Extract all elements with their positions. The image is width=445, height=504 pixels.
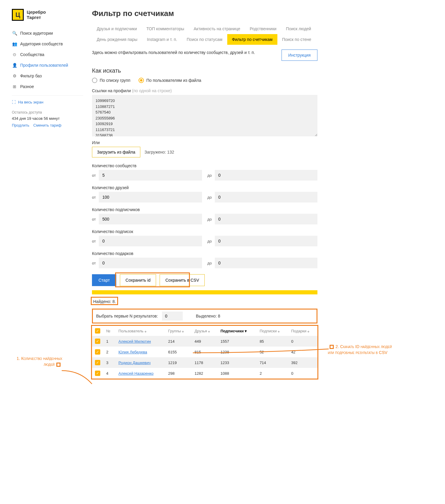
cell-groups: 214 xyxy=(165,336,192,347)
extend-link[interactable]: Продлить xyxy=(12,123,29,127)
or-text: Или xyxy=(92,140,317,145)
sidebar-item[interactable]: 👤Профили пользователей xyxy=(12,60,83,71)
user-link[interactable]: Юлия Лебедева xyxy=(118,350,147,354)
select-first-row: Выбрать первые N результатов: Выделено: … xyxy=(92,309,317,323)
tab[interactable]: Активность на странице xyxy=(189,23,245,34)
tab[interactable]: ТОП комментаторы xyxy=(142,23,189,34)
tab[interactable]: Друзья и подписчики xyxy=(92,23,142,34)
range-from-input[interactable] xyxy=(99,214,202,224)
radio-by-file[interactable]: По пользователям из файла xyxy=(139,78,201,83)
radio-icon xyxy=(92,78,97,83)
cell-followers: 1088 xyxy=(217,368,257,379)
cell-gifts: 392 xyxy=(288,357,317,368)
cell-groups: 1219 xyxy=(165,357,192,368)
sidebar-item[interactable]: ⚙Фильтр баз xyxy=(12,71,83,81)
sort-icon: ◆ xyxy=(182,330,184,333)
user-link[interactable]: Алексей Милютин xyxy=(118,339,151,344)
cell-friends: 815 xyxy=(192,347,218,357)
range-from-input[interactable] xyxy=(99,192,202,202)
nav-icon: ⊞ xyxy=(12,84,17,89)
sidebar-item[interactable]: 🔍Поиск аудитории xyxy=(12,28,83,39)
tab[interactable]: Поиск по статусам xyxy=(182,34,227,45)
to-label: до xyxy=(207,173,212,178)
nav-label: Поиск аудитории xyxy=(20,31,53,36)
col-groups[interactable]: Группы◆ xyxy=(165,326,192,336)
range-from-input[interactable] xyxy=(99,170,202,181)
user-link[interactable]: Алексей Назаренко xyxy=(118,371,153,376)
range-from-input[interactable] xyxy=(99,236,202,246)
range-to-input[interactable] xyxy=(215,236,317,246)
loaded-count: Загружено: 132 xyxy=(144,150,174,154)
col-followers[interactable]: Подписчики ▾ xyxy=(217,326,257,336)
cell-friends: 1282 xyxy=(192,368,218,379)
instruction-button[interactable]: Инструкция xyxy=(282,50,317,61)
tab[interactable]: Instagram и т. п. xyxy=(142,34,182,45)
cell-followers: 1238 xyxy=(217,347,257,357)
annotation-2: 2. Скачать ID найденных людей или подроб… xyxy=(328,344,396,355)
access-links: Продлить Сменить тариф xyxy=(12,123,83,127)
table-header-row: ✓ № Пользователь◆ Группы◆ Друзья◆ Подпис… xyxy=(92,326,317,336)
sidebar-item[interactable]: 👥Аудитория сообществ xyxy=(12,39,83,49)
row-checkbox[interactable]: ✓ xyxy=(95,360,100,365)
table-row: ✓ 4 Алексей Назаренко 298 1282 1088 2 0 xyxy=(92,368,317,379)
col-subs[interactable]: Подписки◆ xyxy=(257,326,288,336)
save-id-button[interactable]: Сохранить id xyxy=(120,274,156,286)
nav-icon: 👥 xyxy=(12,41,17,47)
col-num[interactable]: № xyxy=(103,326,115,336)
sort-icon: ◆ xyxy=(208,330,210,333)
range-to-input[interactable] xyxy=(215,258,317,268)
select-first-input[interactable] xyxy=(162,312,183,320)
sidebar: Ц Церебро Таргет 🔍Поиск аудитории👥Аудито… xyxy=(12,9,83,379)
profiles-label: Ссылки на профили (по одной на строке) xyxy=(92,88,317,93)
profiles-textarea[interactable] xyxy=(92,95,317,136)
range-to-input[interactable] xyxy=(215,170,317,181)
upload-file-button[interactable]: Загрузить из файла xyxy=(92,147,140,157)
profiles-label-text: Ссылки на профили xyxy=(92,88,131,93)
save-csv-button[interactable]: Сохранить в CSV xyxy=(160,274,205,286)
found-row: Найдено: 8. xyxy=(92,299,317,304)
cell-groups: 298 xyxy=(165,368,192,379)
results-wrap: ✓ № Пользователь◆ Группы◆ Друзья◆ Подпис… xyxy=(92,326,317,379)
col-friends[interactable]: Друзья◆ xyxy=(192,326,218,336)
start-button[interactable]: Старт xyxy=(92,274,116,286)
row-checkbox[interactable]: ✓ xyxy=(95,349,100,355)
range-from-input[interactable] xyxy=(99,258,202,268)
cell-gifts: 0 xyxy=(288,368,317,379)
radio-by-groups[interactable]: По списку групп xyxy=(92,78,130,83)
range-group: Количество подписок от до xyxy=(92,229,317,246)
tab[interactable]: День рождения пары xyxy=(92,34,142,45)
tab[interactable]: Поиск по стене xyxy=(277,34,316,45)
cell-followers: 1233 xyxy=(217,357,257,368)
range-label: Количество друзей xyxy=(92,185,317,190)
tab[interactable]: Родственники xyxy=(245,23,281,34)
cell-gifts: 42 xyxy=(288,347,317,357)
nav: 🔍Поиск аудитории👥Аудитория сообществ⊙Соо… xyxy=(12,28,83,92)
range-label: Количество подписок xyxy=(92,229,317,234)
nav-label: Разное xyxy=(20,84,34,89)
row-checkbox[interactable]: ✓ xyxy=(95,339,100,344)
range-to-input[interactable] xyxy=(215,214,317,224)
sort-icon: ◆ xyxy=(307,330,309,333)
row-checkbox[interactable]: ✓ xyxy=(95,371,100,376)
sort-desc-icon: ▾ xyxy=(245,329,247,333)
range-label: Количество сообществ xyxy=(92,163,317,168)
cell-num: 1 xyxy=(103,336,115,347)
logo-line2: Таргет xyxy=(27,15,41,20)
sidebar-item[interactable]: ⊙Сообщества xyxy=(12,49,83,60)
cell-followers: 1557 xyxy=(217,336,257,347)
range-to-input[interactable] xyxy=(215,192,317,202)
tab[interactable]: Поиск людей xyxy=(281,23,316,34)
user-link[interactable]: Родион Дашкевич xyxy=(118,361,150,365)
from-label: от xyxy=(92,239,96,243)
cell-subs: 52 xyxy=(257,347,288,357)
col-gifts[interactable]: Подарки◆ xyxy=(288,326,317,336)
sidebar-item[interactable]: ⊞Разное xyxy=(12,81,83,92)
from-label: от xyxy=(92,217,96,221)
col-user[interactable]: Пользователь◆ xyxy=(115,326,165,336)
cell-num: 4 xyxy=(103,368,115,379)
select-all-checkbox[interactable]: ✓ xyxy=(95,328,100,334)
change-plan-link[interactable]: Сменить тариф xyxy=(33,123,61,127)
access-caption: Осталось доступа xyxy=(12,110,83,114)
tab[interactable]: Фильтр по счетчикам xyxy=(227,34,277,45)
fullscreen-link[interactable]: ⛶ На весь экран xyxy=(12,95,83,107)
